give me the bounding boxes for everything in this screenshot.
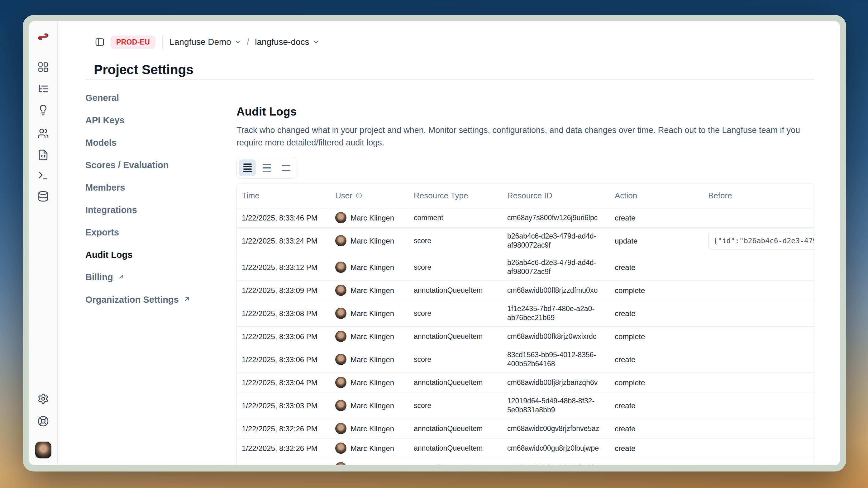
column-header-user: User [330,191,409,201]
column-header-time: Time [237,191,330,201]
user-avatar-thumb [335,235,346,246]
resource-id-cell: cm68awidc00gv8rjzfbnve5az [502,420,610,437]
user-avatar[interactable] [35,442,52,458]
resource-type-cell: annotationQueueItem [409,282,502,299]
lightbulb-icon[interactable] [35,102,52,118]
resource-id-cell: b26ab4c6-d2e3-479d-ad4d-af980072ac9f [502,254,610,280]
time-cell: 1/22/2025, 8:32:26 PM [237,440,330,457]
user-name: Marc Klingen [350,355,394,364]
users-icon[interactable] [35,125,52,141]
audit-log-row: 1/22/2025, 8:32:26 PM Marc Klingen annot… [237,438,814,458]
before-json-preview[interactable]: {"id":"b26ab4c6-d2e3-479d-a [708,232,814,250]
resource-id-cell: cm68ay7s800fw126j9uri6lpc [502,209,610,226]
time-cell: 1/22/2025, 8:33:08 PM [237,305,330,322]
settings-nav-item-integrations[interactable]: Integrations [85,204,219,216]
user-name: Marc Klingen [350,263,394,272]
terminal-icon[interactable] [35,167,52,184]
settings-nav-item-general[interactable]: General [85,92,219,104]
settings-nav-label: Models [85,138,117,148]
row-height-sparse-button[interactable] [278,159,294,176]
panel-left-icon [95,37,105,47]
resource-id-cell: cm68awidb00fk8rjz0wxixrdc [502,328,610,345]
project-name: langfuse-docs [255,37,309,47]
row-height-medium-button[interactable] [258,159,275,176]
before-cell [703,214,814,222]
breadcrumb-slash: / [246,37,250,47]
resource-id-cell: cm68awidc00gt8rjzw2fkm8bo [502,459,610,465]
audit-log-row: 1/22/2025, 8:32:26 PM Marc Klingen annot… [237,458,814,465]
header-divider [85,79,814,80]
column-header-action: Action [610,191,703,201]
settings-nav-item-scores-evaluation[interactable]: Scores / Evaluation [85,159,219,171]
langfuse-logo-icon[interactable] [35,29,52,45]
info-icon [355,192,362,199]
gear-icon[interactable] [35,391,52,407]
action-cell: update [610,232,703,250]
chevron-down-icon [312,39,319,45]
audit-log-row: 1/22/2025, 8:33:12 PM Marc Klingen score… [237,254,814,281]
user-name: Marc Klingen [350,309,394,318]
user-cell: Marc Klingen [330,327,409,346]
user-avatar-thumb [335,443,346,454]
user-avatar-thumb [335,331,346,342]
before-cell [703,263,814,271]
user-avatar-thumb [335,354,346,365]
before-cell [703,379,814,387]
time-cell: 1/22/2025, 8:33:46 PM [237,209,330,226]
settings-nav-item-billing[interactable]: Billing [85,271,219,283]
table-body: 1/22/2025, 8:33:46 PM Marc Klingen comme… [237,208,814,465]
resource-id-cell: cm68awidb00fl8rjzzdfmu0xo [502,282,610,299]
time-cell: 1/22/2025, 8:33:04 PM [237,374,330,391]
settings-nav-item-members[interactable]: Members [85,181,219,194]
life-buoy-icon[interactable] [35,413,52,429]
action-cell: create [610,351,703,368]
settings-nav-item-models[interactable]: Models [85,136,219,149]
trace-tree-icon[interactable] [35,80,52,97]
action-cell: complete [610,328,703,345]
toggle-sidebar-button[interactable] [94,36,105,48]
user-cell: Marc Klingen [330,458,409,465]
settings-nav: General API Keys Models Scores / Evaluat… [85,92,219,316]
database-icon[interactable] [35,188,52,204]
action-cell: create [610,440,703,457]
org-selector[interactable]: Langfuse Demo [169,37,241,47]
icon-rail [29,21,58,465]
audit-log-row: 1/22/2025, 8:33:46 PM Marc Klingen comme… [237,208,814,228]
action-cell: create [610,397,703,414]
audit-logs-table[interactable]: Time User Resource Type Resource ID Acti… [237,183,814,465]
resource-id-cell: cm68awidb00fj8rjzbanzqh6v [502,374,610,391]
before-cell [703,424,814,432]
user-name: Marc Klingen [350,424,394,433]
action-cell: complete [610,282,703,299]
row-height-dense-button[interactable] [239,159,256,176]
settings-nav-item-audit-logs[interactable]: Audit Logs [85,249,219,261]
settings-nav-label: Organization Settings [85,295,179,305]
breadcrumb: PROD-EU Langfuse Demo / langfuse-docs [94,35,319,49]
resource-type-cell: score [409,232,502,250]
page-title: Project Settings [94,62,193,77]
settings-nav-label: Integrations [85,205,137,215]
desktop-background: PROD-EU Langfuse Demo / langfuse-docs Pr… [0,0,868,488]
resource-type-cell: annotationQueueItem [409,328,502,345]
settings-nav-item-api-keys[interactable]: API Keys [85,114,219,126]
user-cell: Marc Klingen [330,396,409,415]
user-avatar-thumb [335,462,346,465]
user-avatar-thumb [335,285,346,296]
file-code-icon[interactable] [35,147,52,163]
before-cell: {"id":"b26ab4c6-d2e3-479d-a [703,228,814,254]
before-cell [703,401,814,410]
before-cell [703,286,814,294]
resource-type-cell: score [409,305,502,322]
action-cell: create [610,259,703,276]
user-name: Marc Klingen [350,444,394,453]
project-selector[interactable]: langfuse-docs [255,37,319,47]
settings-nav-item-exports[interactable]: Exports [85,226,219,238]
dashboard-grid-icon[interactable] [35,59,52,75]
resource-id-cell: 1f1e2435-7bd7-480e-a2a0-ab76bec21b69 [502,300,610,326]
rows-dense-icon [243,163,252,173]
settings-nav-item-organization-settings[interactable]: Organization Settings [85,293,219,306]
time-cell: 1/22/2025, 8:33:24 PM [237,232,330,250]
action-cell: create [610,305,703,322]
audit-log-row: 1/22/2025, 8:33:06 PM Marc Klingen annot… [237,327,814,346]
column-header-resource-type: Resource Type [409,191,502,201]
